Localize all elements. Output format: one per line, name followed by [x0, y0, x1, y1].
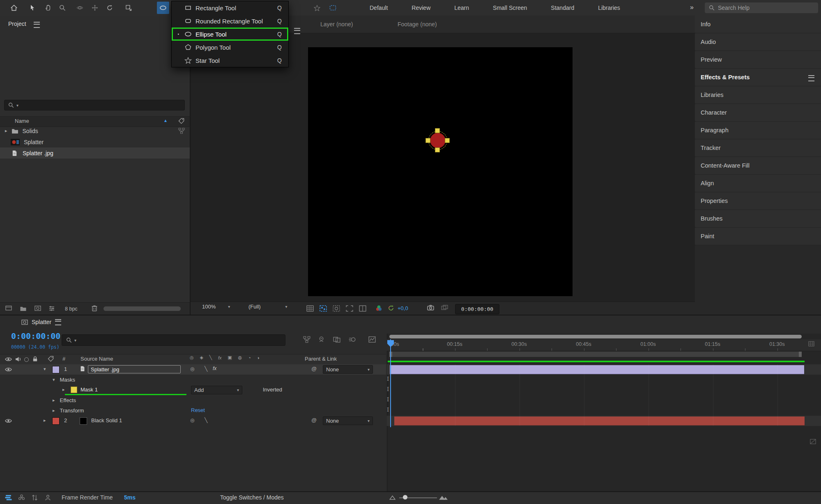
timeline-zoom-slider-handle[interactable]: [403, 495, 407, 499]
layer1-expander-open[interactable]: ▾: [44, 366, 46, 372]
timeline-search-input[interactable]: ▾: [62, 334, 285, 346]
transparency-grid-button-active[interactable]: [320, 305, 327, 312]
zoom-out-mountain-icon[interactable]: [389, 495, 396, 500]
new-composition-button[interactable]: [34, 305, 41, 311]
comp-marker-bin-button[interactable]: [808, 341, 814, 347]
toggle-switches-pane-button[interactable]: [5, 494, 12, 501]
toggle-render-pane-button[interactable]: [44, 494, 51, 501]
layer1-fx-switch[interactable]: fx: [213, 366, 216, 371]
project-panel-menu-button[interactable]: [34, 22, 40, 28]
hand-tool-button[interactable]: [41, 2, 54, 14]
workspace-overflow-button[interactable]: »: [690, 4, 694, 11]
panel-header-effects-presets-active[interactable]: Effects & Presets: [695, 69, 821, 86]
menu-item-ellipse-tool-selected[interactable]: ▪ Ellipse Tool Q: [172, 28, 288, 41]
panel-header-paragraph[interactable]: Paragraph: [695, 122, 821, 139]
toggle-inout-pane-button[interactable]: [31, 494, 38, 501]
new-folder-button[interactable]: [20, 306, 27, 311]
panel-header-brushes[interactable]: Brushes: [695, 210, 821, 227]
effects-presets-menu-button[interactable]: [808, 75, 814, 81]
expand-chevron-icon[interactable]: ▸: [5, 128, 7, 133]
timeline-options-button[interactable]: [810, 439, 816, 444]
mask1-inverted-checkbox-label[interactable]: Inverted: [263, 387, 282, 393]
layer1-label-color-swatch[interactable]: [52, 366, 60, 373]
layer1-anchor-switch[interactable]: ◎: [190, 366, 194, 372]
panel-header-properties[interactable]: Properties: [695, 192, 821, 209]
layer1-video-toggle[interactable]: [5, 367, 12, 372]
menu-item-rectangle-tool[interactable]: Rectangle Tool Q: [172, 1, 288, 14]
work-area-end-handle[interactable]: [799, 352, 802, 357]
layer2-video-toggle[interactable]: [5, 418, 12, 423]
layer2-parent-select[interactable]: None ▾: [323, 417, 373, 425]
project-panel-tab[interactable]: Project: [8, 21, 26, 27]
show-snapshot-button[interactable]: [441, 305, 448, 311]
home-button[interactable]: [8, 2, 20, 14]
layer2-label-color-swatch[interactable]: [52, 417, 60, 425]
mask-handle-top[interactable]: [435, 128, 440, 133]
toggle-switches-modes-button[interactable]: Toggle Switches / Modes: [220, 494, 284, 501]
rotation-tool-button[interactable]: [103, 2, 116, 14]
composition-canvas[interactable]: [308, 47, 573, 296]
grid-guides-button[interactable]: [306, 305, 314, 312]
mini-flowchart-button[interactable]: [303, 336, 310, 343]
source-name-column-header[interactable]: Source Name: [80, 356, 113, 362]
region-of-interest-button[interactable]: [346, 305, 353, 312]
mask1-name-selected[interactable]: Mask 1: [80, 387, 98, 393]
panel-header-paint[interactable]: Paint: [695, 228, 821, 245]
transform-reset-button[interactable]: Reset: [191, 407, 205, 413]
menu-item-rounded-rectangle-tool[interactable]: Rounded Rectangle Tool Q: [172, 14, 288, 28]
transform-expander[interactable]: ▸: [53, 408, 55, 413]
work-area-bar[interactable]: [389, 352, 802, 357]
resolution-select[interactable]: (Full) ▾: [248, 304, 287, 310]
layer1-parent-pickwhip[interactable]: @: [311, 366, 317, 372]
tab-layer-viewer[interactable]: Layer (none): [320, 21, 353, 28]
take-snapshot-button[interactable]: [427, 304, 434, 311]
shy-layers-button[interactable]: [318, 336, 325, 343]
orbit-camera-tool-button[interactable]: [74, 2, 86, 14]
mask1-color-swatch[interactable]: [71, 387, 77, 393]
project-flowchart-icon[interactable]: [178, 128, 185, 134]
motion-blur-button[interactable]: [349, 336, 356, 343]
project-search-input[interactable]: ▾: [4, 100, 185, 110]
delete-button[interactable]: [91, 305, 98, 311]
time-navigator-bar[interactable]: [389, 335, 802, 338]
panel-header-character[interactable]: Character: [695, 104, 821, 121]
view-layout-button[interactable]: [359, 305, 366, 312]
frame-blending-button[interactable]: [333, 336, 340, 343]
star-tool-button[interactable]: [311, 2, 323, 14]
panel-header-align[interactable]: Align: [695, 175, 821, 192]
layer2-expander[interactable]: ▸: [44, 418, 46, 423]
interpret-footage-button[interactable]: [5, 305, 12, 311]
magnification-select[interactable]: 100% ▾: [202, 304, 230, 310]
mask-visibility-button[interactable]: [333, 305, 340, 312]
masks-group-row[interactable]: ▾ Masks: [0, 375, 386, 385]
effects-group-row[interactable]: ▸ Effects: [0, 395, 386, 405]
layer2-quality-switch[interactable]: ╲: [205, 417, 207, 423]
shape-tool-button-active[interactable]: [157, 2, 169, 14]
panel-header-preview[interactable]: Preview: [695, 51, 821, 68]
region-tool-button[interactable]: [327, 2, 339, 14]
panel-header-tracker[interactable]: Tracker: [695, 139, 821, 156]
panel-header-info[interactable]: Info: [695, 16, 821, 33]
viewer-timecode[interactable]: 0:00:00:00: [455, 304, 499, 314]
effects-expander[interactable]: ▸: [53, 398, 55, 403]
workspace-tab-default[interactable]: Default: [370, 5, 388, 11]
panel-header-audio[interactable]: Audio: [695, 33, 821, 51]
layer2-name[interactable]: Black Solid 1: [91, 417, 122, 423]
current-time-display[interactable]: 0:00:00:00: [11, 331, 60, 341]
project-item-solids[interactable]: ▸ Solids: [0, 125, 190, 136]
mask-shape-ellipse[interactable]: [430, 133, 446, 148]
project-item-splatter-jpg-selected[interactable]: Splatter .jpg: [0, 147, 190, 159]
exposure-value[interactable]: +0,0: [398, 305, 408, 311]
label-column-icon[interactable]: [178, 118, 184, 124]
workspace-tab-standard[interactable]: Standard: [551, 5, 574, 11]
zoom-in-mountains-icon[interactable]: [439, 494, 448, 500]
graph-editor-button[interactable]: [368, 336, 376, 343]
selection-tool-button[interactable]: [26, 2, 39, 14]
help-search[interactable]: Search Help: [705, 2, 818, 13]
workspace-tab-libraries[interactable]: Libraries: [598, 5, 620, 11]
panel-header-libraries[interactable]: Libraries: [695, 86, 821, 104]
thumbnail-scrollbar[interactable]: [103, 306, 181, 311]
timeline-menu-button[interactable]: [55, 319, 61, 325]
menu-item-star-tool[interactable]: Star Tool Q: [172, 54, 288, 67]
layer2-parent-pickwhip[interactable]: @: [311, 417, 317, 423]
